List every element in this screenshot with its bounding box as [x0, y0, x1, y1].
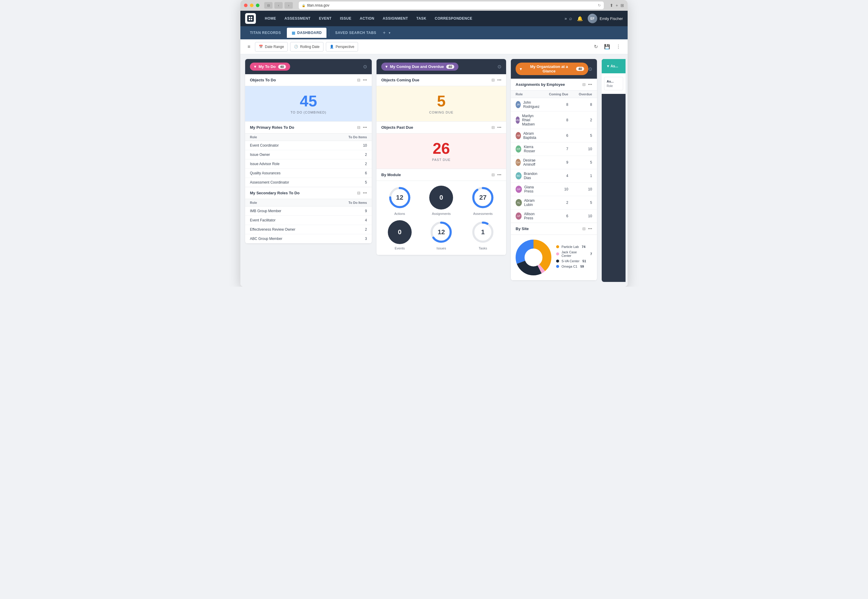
objects-todo-big-number-container: 45 TO DO (COMBINED) [245, 86, 372, 121]
module-assessments[interactable]: 27 Assessments [464, 186, 501, 215]
table-row[interactable]: IMB Group Member 9 [245, 206, 372, 216]
org-glance-header-button[interactable]: ▾ My Organization at a Glance 40 [516, 63, 588, 75]
nav-more-button[interactable]: » [562, 16, 569, 21]
by-site-chart-container: Particle Lab 74 Jack Case Center 7 [511, 235, 597, 280]
sidebar-toggle-button[interactable]: ⊟ [264, 2, 273, 9]
forward-button[interactable]: › [284, 2, 293, 9]
share-button[interactable]: ⬆ [610, 3, 613, 8]
coming-due-header-button[interactable]: ▾ My Coming Due and Overdue 40 [381, 63, 458, 71]
past-due-filter-icon[interactable]: ⊟ [491, 125, 495, 129]
by-site-more-icon[interactable]: ••• [588, 226, 592, 231]
table-row[interactable]: BD Brandon Dias 4 1 [511, 169, 597, 183]
save-dashboard-button[interactable]: 💾 [602, 42, 611, 51]
extensions-button[interactable]: ⊞ [620, 3, 624, 8]
objects-todo-more-icon[interactable]: ••• [363, 78, 367, 82]
nav-home[interactable]: HOME [261, 11, 280, 26]
coming-due-more-icon[interactable]: ••• [497, 78, 501, 82]
primary-roles-more-icon[interactable]: ••• [363, 125, 367, 129]
table-row[interactable]: AP Allison Press 6 10 [511, 209, 597, 223]
secondary-roles-filter-icon[interactable]: ⊟ [357, 191, 360, 195]
nav-action[interactable]: ACTION [356, 11, 378, 26]
legend-dot-particle-lab [556, 245, 559, 248]
table-row[interactable]: Event Facilitator 4 [245, 216, 372, 225]
module-tasks[interactable]: 1 Tasks [464, 220, 501, 250]
tab-saved-search[interactable]: SAVED SEARCH TABS [332, 31, 380, 35]
table-row[interactable]: GP Giana Press 10 10 [511, 183, 597, 196]
by-site-donut-chart [516, 239, 551, 275]
browser-minimize-dot[interactable] [250, 4, 254, 7]
nav-event[interactable]: EVENT [315, 11, 336, 26]
emp-overdue-4: 5 [568, 160, 592, 164]
objects-coming-due-count-container: 5 COMING DUE [377, 86, 506, 121]
by-site-filter-icon[interactable]: ⊟ [582, 226, 586, 231]
org-glance-info-icon[interactable]: ⊙ [588, 66, 592, 72]
todo-header-button[interactable]: ▾ My To Do 40 [250, 63, 290, 71]
primary-role-name-0: Event Coordinator [250, 143, 343, 147]
browser-maximize-dot[interactable] [256, 4, 260, 7]
secondary-roles-more-icon[interactable]: ••• [363, 191, 367, 195]
table-row[interactable]: AB Abram Baptista 6 5 [511, 129, 597, 143]
coming-due-filter-icon[interactable]: ⊟ [491, 78, 495, 82]
back-button[interactable]: ‹ [274, 2, 283, 9]
rolling-date-button[interactable]: 🕐 Rolling Date [290, 42, 323, 51]
sec-role-count-2: 2 [343, 227, 367, 232]
emp-filter-icon[interactable]: ⊟ [582, 82, 586, 87]
module-issues[interactable]: 12 Issues [423, 220, 460, 250]
filter-button[interactable]: ≡ [245, 42, 252, 51]
secondary-roles-col-items: To Do Items [343, 201, 367, 205]
date-range-button[interactable]: 📅 Date Range [255, 42, 288, 51]
tab-dropdown-button[interactable]: ▾ [389, 31, 390, 35]
by-module-more-icon[interactable]: ••• [497, 173, 501, 177]
refresh-dashboard-button[interactable]: ↻ [591, 42, 600, 51]
user-menu[interactable]: EF Emily Fischer [588, 14, 623, 23]
module-assignments-label: Assignments [432, 212, 451, 215]
nav-issue[interactable]: ISSUE [336, 11, 356, 26]
objects-todo-filter-icon[interactable]: ⊟ [357, 78, 360, 82]
module-actions[interactable]: 12 Actions [381, 186, 418, 215]
table-row[interactable]: DA Desirae Aminoff 9 5 [511, 156, 597, 169]
todo-info-icon[interactable]: ⊙ [363, 64, 367, 69]
notifications-button[interactable]: 🔔 [577, 16, 583, 21]
legend-val-jack-case: 7 [590, 252, 592, 256]
module-assignments[interactable]: 0 Assignments [423, 186, 460, 215]
table-row[interactable]: Assessment Coordinator 5 [245, 178, 372, 187]
emp-avatar-6: GP [516, 186, 522, 193]
coming-due-info-icon[interactable]: ⊙ [497, 64, 501, 69]
fourth-header-button[interactable]: ▾ As... [604, 63, 621, 70]
emp-more-icon[interactable]: ••• [588, 82, 592, 87]
app-logo[interactable] [245, 13, 256, 24]
perspective-button[interactable]: 👤 Perspective [326, 42, 358, 51]
tab-dashboard[interactable]: ▦ DASHBOARD [287, 28, 326, 38]
org-glance-header-label: My Organization at a Glance [524, 65, 574, 73]
browser-close-dot[interactable] [244, 4, 248, 7]
more-options-button[interactable]: ⋮ [614, 42, 623, 51]
table-row[interactable]: MM Marilyn Rhiel Madsen 8 2 [511, 111, 597, 129]
table-row[interactable]: AL Abram Lubin 2 5 [511, 196, 597, 209]
table-row[interactable]: Issue Advisor Role 2 [245, 160, 372, 169]
table-row[interactable]: Issue Owner 2 [245, 150, 372, 160]
table-row[interactable]: Event Coordinator 10 [245, 141, 372, 150]
table-row[interactable]: JR John Rodriguez 8 8 [511, 98, 597, 111]
top-navigation: HOME ASSESSMENT EVENT ISSUE ACTION ASSIG… [240, 11, 628, 26]
search-button[interactable]: ⌕ [569, 16, 572, 21]
nav-task[interactable]: TASK [412, 11, 431, 26]
nav-assignment[interactable]: ASSIGNMENT [378, 11, 412, 26]
nav-correspondence[interactable]: CORRESPONDENCE [431, 11, 477, 26]
new-tab-button[interactable]: + [616, 3, 618, 8]
address-bar[interactable]: 🔒 titan.nnsa.gov ↻ [299, 2, 604, 9]
table-row[interactable]: Quality Assurances 6 [245, 169, 372, 178]
legend-label-particle-lab: Particle Lab [562, 245, 579, 248]
table-row[interactable]: ABC Group Member 3 [245, 234, 372, 243]
emp-name-0: John Rodriguez [523, 101, 541, 109]
by-module-filter-icon[interactable]: ⊟ [491, 173, 495, 177]
primary-roles-filter-icon[interactable]: ⊟ [357, 125, 360, 129]
table-row[interactable]: Effectiveness Review Owner 2 [245, 225, 372, 234]
tab-titan-records[interactable]: TITAN RECORDS [245, 28, 286, 38]
past-due-more-icon[interactable]: ••• [497, 125, 501, 129]
add-tab-button[interactable]: + [381, 30, 387, 35]
by-site-widget: By Site ⊟ ••• [511, 223, 597, 280]
table-row[interactable]: KR Kierra Rosser 7 10 [511, 143, 597, 156]
module-actions-label: Actions [394, 212, 405, 215]
nav-assessment[interactable]: ASSESSMENT [280, 11, 315, 26]
module-events[interactable]: 0 Events [381, 220, 418, 250]
